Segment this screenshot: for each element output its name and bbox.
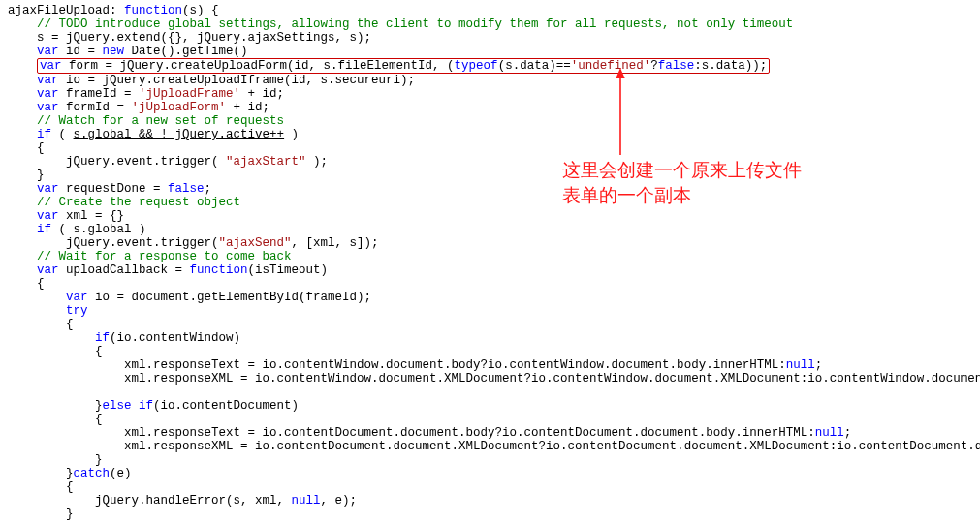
annotation-arrow-icon — [601, 68, 640, 165]
line: { — [8, 480, 74, 494]
line: } — [8, 508, 74, 521]
line: } — [8, 453, 103, 467]
line: }else if(io.contentDocument) — [8, 399, 299, 413]
line: if ( s.global ) — [8, 223, 146, 236]
line: // Watch for a new set of requests — [8, 114, 284, 128]
annotation-line-2: 表单的一个副本 — [562, 183, 802, 208]
line: // TODO introduce global settings, allow… — [8, 17, 793, 31]
code-block: ajaxFileUpload: function(s) { // TODO in… — [8, 4, 972, 521]
line: s = jQuery.extend({}, jQuery.ajaxSetting… — [8, 31, 371, 45]
line: var id = new Date().getTime() — [8, 45, 248, 58]
highlighted-line: var form = jQuery.createUploadForm(id, s… — [8, 59, 770, 73]
line: xml.responseXML = io.contentWindow.docum… — [8, 372, 980, 385]
line: { — [8, 345, 103, 358]
line: // Create the request object — [8, 196, 240, 209]
line: xml.responseText = io.contentDocument.do… — [8, 426, 851, 440]
line: { — [8, 277, 45, 291]
line: if ( s.global && ! jQuery.active++ ) — [8, 128, 299, 141]
line: jQuery.event.trigger("ajaxSend", [xml, s… — [8, 236, 379, 250]
line: { — [8, 413, 103, 426]
line: var formId = 'jUploadForm' + id; — [8, 101, 269, 114]
annotation-text: 这里会创建一个原来上传文件 表单的一个副本 — [562, 158, 802, 208]
line: xml.responseXML = io.contentDocument.doc… — [8, 440, 980, 453]
line: // Wait for a response to come back — [8, 250, 292, 263]
line: jQuery.event.trigger( "ajaxStart" ); — [8, 155, 328, 169]
annotation-line-1: 这里会创建一个原来上传文件 — [562, 158, 802, 183]
line: try — [8, 304, 88, 318]
line: { — [8, 318, 74, 331]
line: var io = jQuery.createUploadIframe(id, s… — [8, 74, 415, 87]
line: if(io.contentWindow) — [8, 331, 240, 345]
line: var io = document.getElementById(frameId… — [8, 291, 371, 304]
line: var xml = {} — [8, 209, 124, 223]
line: var uploadCallback = function(isTimeout) — [8, 263, 328, 277]
line: }catch(e) — [8, 467, 132, 480]
line: var requestDone = false; — [8, 182, 211, 196]
line: ajaxFileUpload: function(s) { — [8, 4, 219, 17]
line: } — [8, 169, 45, 182]
line: xml.responseText = io.contentWindow.docu… — [8, 358, 822, 372]
line: { — [8, 141, 45, 155]
line: jQuery.handleError(s, xml, null, e); — [8, 494, 357, 508]
line: var frameId = 'jUploadFrame' + id; — [8, 87, 284, 101]
